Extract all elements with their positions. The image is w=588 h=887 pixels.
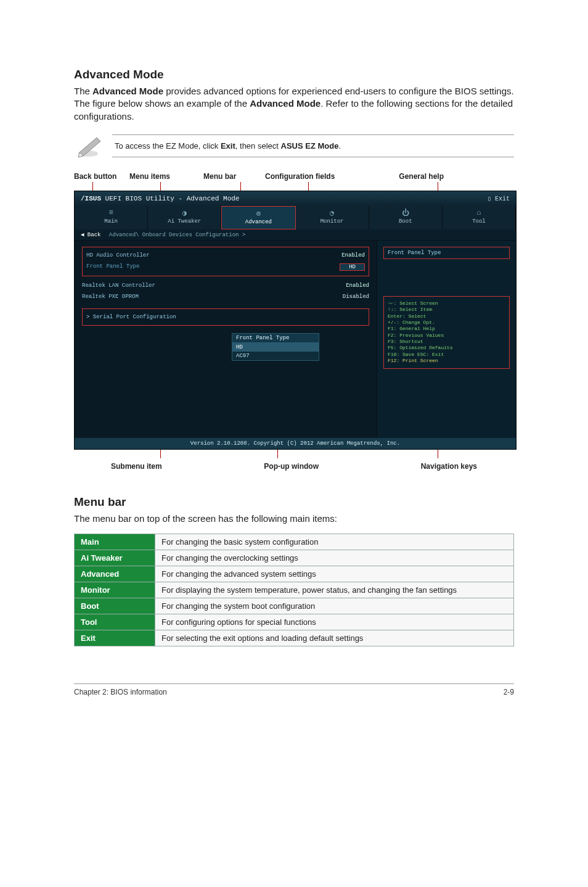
table-row: Ai Tweaker For changing the overclocking… — [75, 550, 514, 566]
tab-label: Boot — [399, 218, 412, 225]
general-help-title: Front Panel Type — [383, 247, 510, 259]
callouts-bottom-row: Submenu item Pop-up window Navigation ke… — [74, 462, 514, 471]
callout-general-help: General help — [370, 172, 444, 181]
advanced-mode-paragraph: The Advanced Mode provides advanced opti… — [74, 85, 514, 123]
tab-label: Tool — [472, 218, 486, 225]
tab-label: Main — [104, 218, 118, 225]
bios-exit-label: Exit — [495, 196, 510, 202]
cfg-realtek-pxe[interactable]: Realtek PXE OPROM Disabled — [82, 291, 369, 302]
bios-right-pane: Front Panel Type →←: Select Screen ↑↓: S… — [377, 241, 516, 438]
bios-exit-button[interactable]: ▯ Exit — [488, 195, 510, 202]
power-icon: ⏻ — [369, 208, 442, 217]
tab-label: Monitor — [321, 218, 344, 225]
section-title-menu-bar: Menu bar — [74, 495, 514, 509]
cfg-hd-audio[interactable]: HD Audio Controller Enabled — [86, 250, 365, 261]
mb-desc-boot: For changing the system boot configurati… — [155, 598, 514, 614]
cfg-value: Disabled — [343, 294, 369, 300]
pencil-note-icon — [74, 131, 106, 161]
callout-menu-bar: Menu bar — [203, 172, 265, 181]
note-bold-exit: Exit — [221, 141, 235, 151]
nav-key-line: →←: Select Screen — [388, 300, 505, 307]
bios-title-bar: /ISUS UEFI BIOS Utility - Advanced Mode … — [75, 191, 516, 206]
bios-footer-version: Version 2.10.1208. Copyright (C) 2012 Am… — [75, 438, 516, 449]
popup-title: Front Panel Type — [232, 334, 319, 343]
nav-key-line: Enter: Select — [388, 313, 505, 320]
menu-bar-table: Main For changing the basic system confi… — [74, 534, 514, 646]
bios-left-pane: HD Audio Controller Enabled Front Panel … — [75, 241, 377, 438]
mb-key-boot: Boot — [75, 598, 155, 614]
bios-menu-bar: ≡ Main ◑ Ai Tweaker ⚙ Advanced ◔ Monitor… — [75, 206, 516, 229]
page-footer: Chapter 2: BIOS information 2-9 — [74, 683, 514, 696]
table-row: Main For changing the basic system confi… — [75, 534, 514, 550]
nav-key-line: F3: Shortcut — [388, 339, 505, 345]
popup-item-ac97[interactable]: AC97 — [232, 352, 319, 360]
nav-key-line: F10: Save ESC: Exit — [388, 352, 505, 358]
nav-key-line: F2: Previous Values — [388, 332, 505, 339]
note-bold-ezmode: ASUS EZ Mode — [281, 141, 339, 151]
tab-ai-tweaker[interactable]: ◑ Ai Tweaker — [148, 206, 221, 229]
tab-boot[interactable]: ⏻ Boot — [369, 206, 443, 229]
cfg-serial-port-submenu[interactable]: > Serial Port Configuration — [86, 311, 365, 323]
table-row: Monitor For displaying the system temper… — [75, 582, 514, 598]
tool-icon: ⌂ — [443, 208, 515, 217]
callout-nav-keys: Navigation keys — [421, 462, 477, 471]
bios-body: HD Audio Controller Enabled Front Panel … — [75, 241, 516, 438]
popup-item-hd[interactable]: HD — [232, 343, 319, 352]
callout-popup-window: Pop-up window — [264, 462, 319, 471]
note-row: To access the EZ Mode, click Exit, then … — [74, 131, 514, 161]
breadcrumb-path: Advanced\ Onboard Devices Configuration … — [109, 232, 245, 238]
cfg-label: Realtek PXE OPROM — [82, 294, 139, 300]
callout-back-button: Back button — [74, 172, 129, 181]
tab-label: Advanced — [245, 219, 272, 225]
table-row: Boot For changing the system boot config… — [75, 598, 514, 614]
leader-lines-top — [74, 182, 514, 191]
back-button[interactable]: ◀ Back — [81, 232, 100, 238]
monitor-icon: ◔ — [296, 208, 369, 217]
tab-tool[interactable]: ⌂ Tool — [443, 206, 516, 229]
mb-desc-main: For changing the basic system configurat… — [155, 534, 514, 550]
cfg-label: Front Panel Type — [86, 263, 139, 271]
cfg-realtek-lan[interactable]: Realtek LAN Controller Enabled — [82, 280, 369, 291]
note-part: , then select — [235, 141, 281, 151]
cfg-label: HD Audio Controller — [86, 252, 150, 258]
note-part: . — [338, 141, 341, 151]
mb-desc-aitweaker: For changing the overclocking settings — [155, 550, 514, 566]
note-text: To access the EZ Mode, click Exit, then … — [112, 134, 514, 157]
para-text: The — [74, 86, 92, 96]
config-group-2: > Serial Port Configuration — [82, 308, 369, 326]
config-group-1: HD Audio Controller Enabled Front Panel … — [82, 247, 369, 276]
bios-screenshot: /ISUS UEFI BIOS Utility - Advanced Mode … — [74, 191, 517, 450]
mb-key-tool: Tool — [75, 614, 155, 630]
table-row: Advanced For changing the advanced syste… — [75, 566, 514, 582]
navigation-keys-box: →←: Select Screen ↑↓: Select Item Enter:… — [383, 296, 510, 369]
nav-key-line: +/-: Change Opt. — [388, 320, 505, 326]
nav-key-line: F5: Optimized Defaults — [388, 345, 505, 351]
tab-label: Ai Tweaker — [168, 218, 201, 225]
table-row: Exit For selecting the exit options and … — [75, 630, 514, 646]
callout-config-fields: Configuration fields — [265, 172, 370, 181]
table-row: Tool For configuring options for special… — [75, 614, 514, 630]
para-bold-2: Advanced Mode — [250, 98, 321, 109]
mb-key-exit: Exit — [75, 630, 155, 646]
bios-breadcrumb-bar: ◀ Back Advanced\ Onboard Devices Configu… — [75, 229, 516, 241]
footer-page-number: 2-9 — [504, 688, 514, 696]
cfg-front-panel-type[interactable]: Front Panel Type HD — [86, 261, 365, 273]
cfg-label: > Serial Port Configuration — [86, 314, 176, 320]
note-part: To access the EZ Mode, click — [115, 141, 221, 151]
cfg-value: Enabled — [346, 283, 369, 289]
mb-desc-monitor: For displaying the system temperature, p… — [155, 582, 514, 598]
callout-menu-items: Menu items — [129, 172, 203, 181]
tab-monitor[interactable]: ◔ Monitor — [296, 206, 369, 229]
mb-desc-tool: For configuring options for special func… — [155, 614, 514, 630]
cfg-value: Enabled — [341, 252, 365, 258]
tab-advanced[interactable]: ⚙ Advanced — [221, 206, 295, 229]
callout-submenu-item: Submenu item — [111, 462, 162, 471]
leader-lines-bottom — [74, 450, 514, 458]
tab-main[interactable]: ≡ Main — [75, 206, 148, 229]
callouts-top-row: Back button Menu items Menu bar Configur… — [74, 172, 514, 181]
mb-key-main: Main — [75, 534, 155, 550]
popup-front-panel-type: Front Panel Type HD AC97 — [232, 333, 319, 361]
bios-title-text: /ISUS UEFI BIOS Utility - Advanced Mode — [81, 195, 239, 202]
section-title-advanced-mode: Advanced Mode — [74, 68, 514, 81]
list-icon: ≡ — [75, 208, 147, 217]
